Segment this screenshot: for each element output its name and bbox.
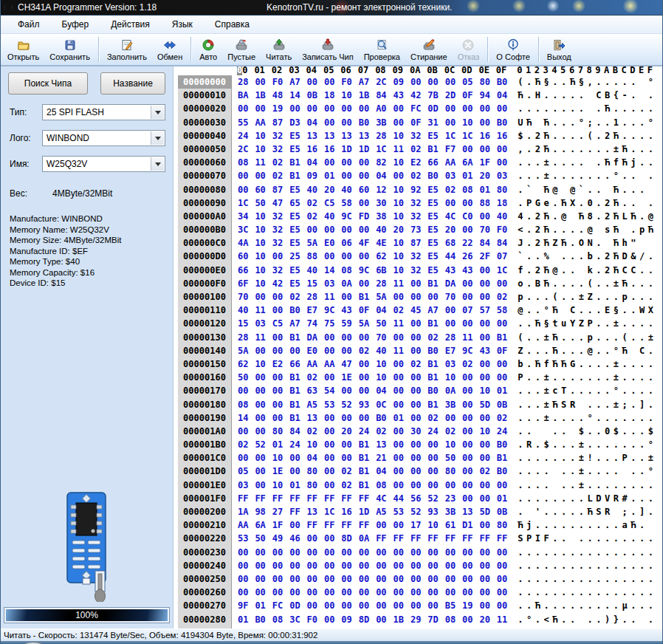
hex-byte[interactable]: 00 — [479, 572, 496, 586]
hex-byte[interactable]: 08 — [238, 398, 255, 411]
hex-byte[interactable]: 00 — [272, 384, 289, 397]
hex-byte[interactable]: 00 — [410, 451, 427, 465]
hex-byte[interactable]: 00 — [410, 546, 427, 559]
chevron-down-icon[interactable] — [151, 106, 164, 119]
hex-byte[interactable]: 00 — [341, 290, 358, 304]
hex-byte[interactable]: 10 — [272, 451, 289, 465]
hex-byte[interactable]: 00 — [479, 331, 496, 344]
hex-byte[interactable]: 00 — [445, 572, 462, 586]
hex-byte[interactable]: 80 — [307, 465, 324, 478]
hex-byte[interactable]: 00 — [376, 559, 393, 572]
hex-byte[interactable]: 01 — [497, 384, 514, 397]
hex-byte[interactable]: 00 — [272, 546, 289, 559]
hex-byte[interactable]: 40 — [238, 304, 255, 317]
hex-byte[interactable]: 80 — [272, 425, 289, 438]
hex-byte[interactable]: 32 — [272, 264, 289, 277]
hex-byte[interactable]: 3B — [376, 116, 393, 129]
hex-byte[interactable]: 00 — [238, 559, 255, 572]
hex-byte[interactable]: 00 — [462, 317, 479, 330]
hex-byte[interactable]: FF — [307, 518, 324, 532]
hex-byte[interactable]: 5A — [359, 317, 376, 330]
hex-ascii[interactable]: $.2Ћ....(.2Ћ.... — [518, 129, 656, 143]
hex-byte[interactable]: 00 — [341, 102, 358, 115]
hex-byte[interactable]: 00 — [445, 304, 462, 317]
hex-byte[interactable]: 10 — [255, 210, 272, 223]
hex-byte[interactable]: 48 — [272, 89, 289, 102]
hex-byte[interactable]: 22 — [462, 236, 479, 250]
hex-byte[interactable]: B1 — [359, 479, 376, 492]
hex-byte[interactable]: 00 — [497, 559, 514, 572]
hex-byte[interactable]: 00 — [462, 479, 479, 492]
hex-byte[interactable]: 09 — [341, 613, 358, 626]
hex-byte[interactable]: 40 — [324, 210, 341, 223]
hex-byte[interactable]: 00 — [479, 102, 496, 115]
hex-byte[interactable]: 00 — [341, 156, 358, 169]
hex-byte[interactable]: 34 — [238, 210, 255, 223]
hex-byte[interactable]: 00 — [255, 102, 272, 115]
hex-byte[interactable]: 00 — [462, 613, 479, 626]
hex-byte[interactable]: 43 — [394, 89, 410, 102]
hex-byte[interactable]: 00 — [394, 425, 410, 438]
hex-byte[interactable]: 61 — [445, 518, 462, 532]
hex-byte[interactable]: 00 — [359, 599, 376, 612]
hex-byte[interactable]: 00 — [427, 75, 444, 89]
hex-byte[interactable]: 24 — [497, 425, 514, 438]
hex-byte[interactable]: 02 — [289, 290, 306, 304]
hex-byte[interactable]: 00 — [479, 264, 496, 277]
hex-byte[interactable]: 60 — [255, 183, 272, 196]
hex-byte[interactable]: A7 — [359, 75, 376, 89]
hex-ascii[interactable]: @..°Ћ C...E§..WX — [518, 304, 656, 317]
hex-byte[interactable]: 00 — [445, 559, 462, 572]
hex-byte[interactable]: 40 — [341, 183, 358, 196]
hex-ascii[interactable]: .` Ћ@ @`.. Ћ... — [518, 183, 656, 196]
hex-byte[interactable]: 10 — [479, 425, 496, 438]
hex-byte[interactable]: 13 — [324, 129, 341, 143]
hex-byte[interactable]: 00 — [307, 586, 324, 599]
hex-byte[interactable]: 13 — [376, 438, 393, 451]
hex-byte[interactable]: 28 — [376, 129, 393, 143]
hex-byte[interactable]: 50 — [238, 371, 255, 384]
hex-ascii[interactable]: (..±Ћ...p...(..± — [518, 331, 656, 344]
hex-ascii[interactable]: b.ЋfЋЋG....±.... — [518, 357, 656, 371]
hex-byte[interactable]: 02 — [341, 479, 358, 492]
hex-byte[interactable]: FF — [341, 518, 358, 532]
hex-byte[interactable]: 10 — [394, 156, 410, 169]
hex-byte[interactable]: B1 — [289, 384, 306, 397]
hex-byte[interactable]: 3B — [445, 505, 462, 518]
hex-byte[interactable]: 00 — [238, 102, 255, 115]
hex-byte[interactable]: 10 — [445, 438, 462, 451]
hex-byte[interactable]: 87 — [272, 116, 289, 129]
hex-byte[interactable]: 00 — [324, 599, 341, 612]
hex-byte[interactable]: 00 — [376, 586, 393, 599]
hex-byte[interactable]: 43 — [341, 304, 358, 317]
hex-byte[interactable]: 00 — [307, 599, 324, 612]
hex-byte[interactable]: 0A — [341, 277, 358, 290]
hex-byte[interactable]: 10 — [462, 116, 479, 129]
hex-byte[interactable]: 02 — [359, 344, 376, 357]
hex-byte[interactable]: 00 — [479, 371, 496, 384]
hex-byte[interactable]: 47 — [272, 196, 289, 210]
hex-byte[interactable]: 00 — [462, 465, 479, 478]
auto-button[interactable]: Авто — [194, 34, 222, 65]
hex-byte[interactable]: 00 — [462, 546, 479, 559]
hex-byte[interactable]: FF — [445, 532, 462, 545]
hex-byte[interactable]: 00 — [410, 411, 427, 425]
hex-byte[interactable]: E5 — [427, 183, 444, 196]
hex-byte[interactable]: 13 — [307, 505, 324, 518]
hex-byte[interactable]: 00 — [376, 546, 393, 559]
hex-byte[interactable]: 00 — [341, 546, 358, 559]
hex-byte[interactable]: 9C — [324, 304, 341, 317]
hex-byte[interactable]: 00 — [410, 559, 427, 572]
hex-byte[interactable]: 00 — [272, 586, 289, 599]
hex-byte[interactable]: 00 — [255, 572, 272, 586]
hex-byte[interactable]: 00 — [324, 250, 341, 263]
hex-ascii[interactable]: o.BЋ....(..±Ћ... — [518, 277, 656, 290]
hex-byte[interactable]: 00 — [497, 317, 514, 330]
hex-byte[interactable]: 46 — [289, 532, 306, 545]
hex-byte[interactable]: 00 — [324, 102, 341, 115]
hex-byte[interactable]: 00 — [341, 384, 358, 397]
hex-byte[interactable]: 00 — [497, 143, 514, 156]
hex-byte[interactable]: 30 — [376, 196, 393, 210]
hex-byte[interactable]: 11 — [394, 317, 410, 330]
hex-byte[interactable]: 00 — [359, 384, 376, 397]
